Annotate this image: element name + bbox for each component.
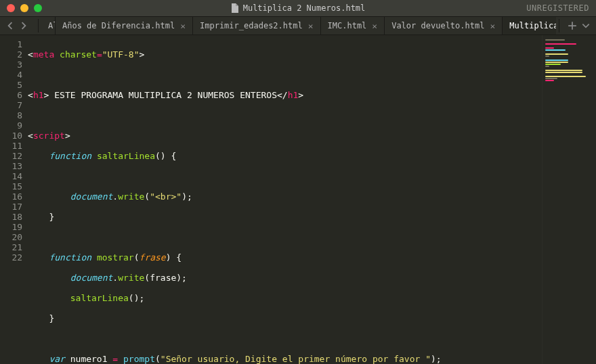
editor-area: 123456789101112131415 16 17 18 19 202122… xyxy=(0,35,596,364)
minimize-window-button[interactable] xyxy=(20,4,28,12)
tab-label: Valor devuelto.html xyxy=(391,21,484,30)
nav-back-button[interactable] xyxy=(4,20,16,32)
tab-bar: Al Años de Diferencia.html × Imprimir_ed… xyxy=(41,17,556,35)
title-bar: Multiplica 2 Numeros.html UNREGISTERED xyxy=(0,0,596,16)
new-tab-button[interactable] xyxy=(566,20,578,32)
toolbar-divider xyxy=(559,19,559,32)
window-controls xyxy=(7,4,42,12)
tab-label: Al xyxy=(48,21,56,30)
toolbar-divider xyxy=(38,19,39,32)
close-icon[interactable]: × xyxy=(372,21,377,31)
line-numbers: 123456789101112131415 16 17 18 19 202122 xyxy=(2,35,28,364)
tab-label: Años de Diferencia.html xyxy=(62,21,175,30)
close-icon[interactable]: × xyxy=(490,21,495,31)
tab-actions xyxy=(562,20,596,32)
window-title: Multiplica 2 Numeros.html xyxy=(0,3,596,13)
nav-forward-button[interactable] xyxy=(18,20,30,32)
unregistered-label: UNREGISTERED xyxy=(526,3,589,13)
tab-menu-button[interactable] xyxy=(580,20,592,32)
close-icon[interactable]: × xyxy=(180,21,186,31)
zoom-window-button[interactable] xyxy=(34,4,42,12)
close-window-button[interactable] xyxy=(7,4,15,12)
tab-label: Imprimir_edades2.html xyxy=(200,21,303,30)
tab-toolbar: Al Años de Diferencia.html × Imprimir_ed… xyxy=(0,16,596,35)
tab-label: IMC.html xyxy=(328,21,367,30)
code-content[interactable]: <meta charset="UTF-8"> <h1> ESTE PROGRAM… xyxy=(28,35,542,364)
minimap[interactable] xyxy=(542,35,596,364)
history-nav xyxy=(4,20,30,32)
tab-multiplica[interactable]: Multiplica 2 Numeros.html xyxy=(503,17,556,35)
tab-imc[interactable]: IMC.html × xyxy=(321,17,385,35)
close-icon[interactable]: × xyxy=(308,21,314,31)
tab-label: Multiplica 2 Numeros.html xyxy=(509,21,556,30)
file-icon xyxy=(231,3,239,13)
tab-valor-devuelto[interactable]: Valor devuelto.html × xyxy=(385,17,503,35)
tab-imprimir-edades[interactable]: Imprimir_edades2.html × xyxy=(193,17,321,35)
window-title-text: Multiplica 2 Numeros.html xyxy=(243,3,366,13)
tab-anos-diferencia[interactable]: Años de Diferencia.html × xyxy=(56,17,193,35)
tab-overflow[interactable]: Al xyxy=(41,17,56,35)
